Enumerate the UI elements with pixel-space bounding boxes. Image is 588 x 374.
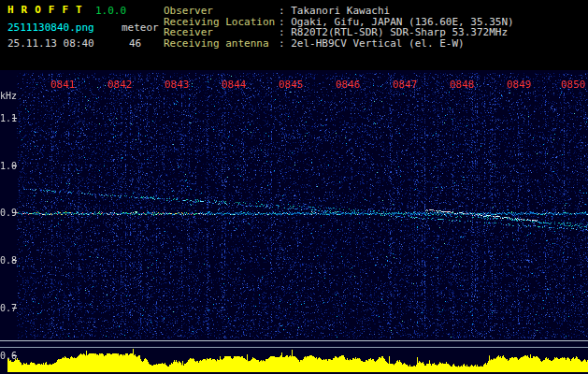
info-label: Receiving antenna [164,37,269,50]
info-value: : 2el-HB9CV Vertical (el. E-W) [279,37,465,50]
time-tick-label: 0843 [165,79,189,91]
app-version: 1.0.0 [95,5,126,17]
freq-tick-label: 0.7 [0,303,16,313]
echo-count: 46 [129,37,141,50]
time-tick-label: 0849 [507,79,531,91]
time-tick-label: 0850 [561,79,585,91]
hrofft-screen: HROFFT 1.0.0 2511130840.png meteor 25.11… [0,0,588,374]
header: HROFFT 1.0.0 2511130840.png meteor 25.11… [0,0,588,70]
time-tick-label: 0845 [279,79,303,91]
app-title: HROFFT [7,4,90,16]
freq-tick-label: 0.9 [0,208,16,218]
mode-label: meteor [122,22,159,34]
spectrogram: kHz 1.1 1.0 0.9 0.8 0.7 0.6 0841 0842 08… [0,70,588,374]
time-tick-label: 0841 [50,79,75,91]
output-filename: 2511130840.png [7,22,94,34]
time-tick-label: 0844 [222,79,246,91]
freq-tick-label: 1.0 [0,161,16,171]
freq-tick-label: 0.6 [0,351,16,361]
time-tick-label: 0842 [108,79,132,91]
freq-tick-label: 0.8 [0,255,16,266]
time-tick-label: 0848 [450,79,474,91]
observation-datetime: 25.11.13 08:40 [7,37,94,50]
freq-tick-label: 1.1 [0,113,16,123]
spectrogram-canvas [0,70,588,374]
freq-unit-label: kHz [0,91,16,101]
time-tick-label: 0846 [336,79,360,91]
time-tick-label: 0847 [393,79,417,91]
